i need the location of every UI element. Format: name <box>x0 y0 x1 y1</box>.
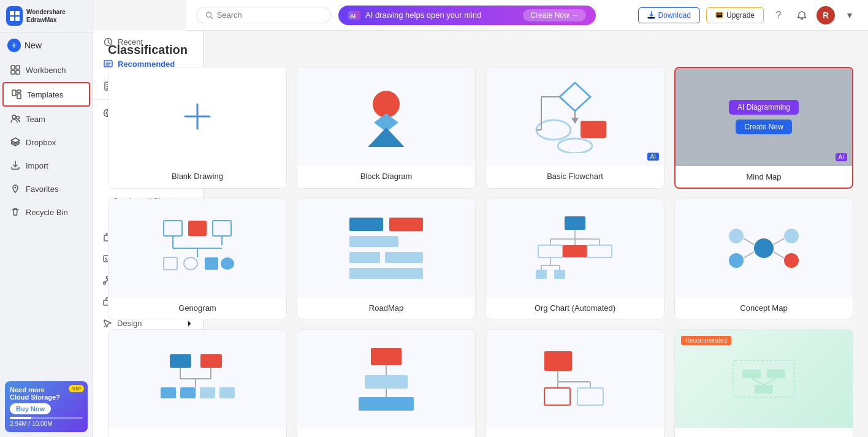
block-thumb <box>297 67 475 165</box>
row3-3-label <box>486 428 664 437</box>
svg-rect-50 <box>164 257 177 270</box>
row3-3-thumb <box>486 330 664 428</box>
template-card-block[interactable]: Block Diagram <box>297 67 476 189</box>
vip-badge: VIP <box>69 385 84 392</box>
app-logo: Wondershare EdrawMax <box>0 0 93 32</box>
folder-tree-icon <box>532 342 618 416</box>
sidebar-item-templates[interactable]: Templates <box>2 82 90 107</box>
dropbox-icon <box>10 137 21 148</box>
svg-rect-85 <box>200 354 222 368</box>
svg-rect-104 <box>544 388 570 405</box>
orgchart-label: Org Chart (Automated) <box>486 297 664 319</box>
recycle-icon <box>10 207 21 218</box>
sidebar-item-favorites[interactable]: Favorites <box>2 178 90 200</box>
bar-chart-icon <box>154 342 240 416</box>
block-label: Block Diagram <box>297 165 475 187</box>
import-icon <box>10 160 21 171</box>
template-card-roadmap[interactable]: RoadMap <box>297 199 476 319</box>
buy-now-button[interactable]: Buy Now <box>10 403 51 414</box>
svg-rect-60 <box>565 216 585 230</box>
sidebar-item-import[interactable]: Import <box>2 154 90 177</box>
svg-line-111 <box>764 378 776 385</box>
svg-rect-91 <box>180 387 196 398</box>
favorites-label: Favorites <box>26 184 58 194</box>
svg-rect-53 <box>221 257 234 270</box>
svg-rect-43 <box>164 221 182 236</box>
svg-point-79 <box>784 253 799 268</box>
team-label: Team <box>26 115 45 124</box>
dropdown-chevron-icon[interactable]: ▾ <box>841 7 858 24</box>
sidebar: Wondershare EdrawMax + New Workbench Tem… <box>0 0 93 437</box>
svg-rect-2 <box>10 17 14 21</box>
storage-text: 2.94M / 10.00M <box>10 420 83 427</box>
conceptmap-thumb <box>675 199 853 297</box>
avatar[interactable]: R <box>817 6 835 25</box>
svg-rect-59 <box>349 268 423 279</box>
template-card-genogram[interactable]: Genogram <box>108 199 287 319</box>
svg-rect-108 <box>767 370 785 378</box>
logo-icon <box>6 6 23 26</box>
mindmap-label: Mind Map <box>676 166 852 188</box>
plus-icon: + <box>7 39 21 52</box>
template-card-row3-3[interactable] <box>485 329 664 437</box>
svg-rect-1 <box>15 11 20 15</box>
search-box[interactable] <box>196 7 331 23</box>
roadmap-label: RoadMap <box>297 297 475 319</box>
blank-label: Blank Drawing <box>108 165 286 187</box>
genogram-icon <box>154 211 240 285</box>
search-input[interactable] <box>217 10 322 20</box>
sidebar-item-workbench[interactable]: Workbench <box>2 59 90 81</box>
svg-rect-98 <box>359 397 414 411</box>
ai-diagramming-button[interactable]: AI Diagramming <box>729 100 799 115</box>
download-label: Download <box>658 11 691 20</box>
cloud-promo: VIP Need more Cloud Storage? Buy Now 2.9… <box>5 381 88 432</box>
genogram-label: Genogram <box>108 297 286 319</box>
template-card-row3-1[interactable] <box>108 329 287 437</box>
notification-icon[interactable] <box>793 7 810 24</box>
row3-4-label <box>675 428 853 437</box>
sidebar-item-recycle[interactable]: Recycle Bin <box>2 201 90 223</box>
svg-rect-5 <box>16 66 20 69</box>
blank-thumb <box>108 67 286 165</box>
svg-rect-94 <box>371 348 402 365</box>
template-card-row3-4[interactable]: Recommended <box>674 329 853 437</box>
templates-label: Templates <box>27 90 63 99</box>
create-new-card-button[interactable]: Create New <box>736 120 791 134</box>
template-card-blank[interactable]: Blank Drawing <box>108 67 287 189</box>
storage-bar <box>10 417 83 419</box>
topbar-right: Download Upgrade ? R ▾ <box>638 6 858 25</box>
svg-point-11 <box>12 115 16 119</box>
sidebar-item-team[interactable]: Team <box>2 108 90 130</box>
svg-marker-36 <box>571 118 579 124</box>
svg-rect-68 <box>587 245 612 257</box>
upgrade-button[interactable]: Upgrade <box>706 7 764 23</box>
template-card-conceptmap[interactable]: Concept Map <box>674 199 853 319</box>
svg-rect-90 <box>161 387 176 398</box>
new-button[interactable]: + New <box>0 32 93 58</box>
svg-rect-54 <box>349 218 383 231</box>
create-now-button[interactable]: Create Now → <box>523 9 586 21</box>
download-icon <box>647 11 655 19</box>
svg-rect-105 <box>577 388 603 405</box>
template-card-row3-2[interactable] <box>297 329 476 437</box>
sidebar-item-dropbox[interactable]: Dropbox <box>2 131 90 153</box>
blank-drawing-icon <box>179 98 216 135</box>
svg-rect-73 <box>536 270 547 279</box>
svg-rect-66 <box>563 245 587 257</box>
help-icon[interactable]: ? <box>770 7 787 24</box>
template-card-orgchart[interactable]: Org Chart (Automated) <box>485 199 664 319</box>
svg-rect-38 <box>581 121 606 138</box>
storage-fill <box>10 417 31 419</box>
flowchart-thumb: AI <box>486 67 664 165</box>
roadmap-icon <box>343 211 429 285</box>
template-card-mindmap[interactable]: AI Diagramming Create New AI Mind Map <box>674 67 853 189</box>
recommended-preview-icon <box>721 342 807 416</box>
recycle-label: Recycle Bin <box>26 208 68 217</box>
genogram-thumb <box>108 199 286 297</box>
template-card-flowchart[interactable]: AI Basic Flowchart <box>485 67 664 189</box>
download-button[interactable]: Download <box>638 7 700 23</box>
row3-2-label <box>297 428 475 437</box>
svg-rect-44 <box>188 221 207 236</box>
import-label: Import <box>26 161 48 170</box>
ai-banner: AI AI drawing helps open your mind Creat… <box>338 6 596 25</box>
